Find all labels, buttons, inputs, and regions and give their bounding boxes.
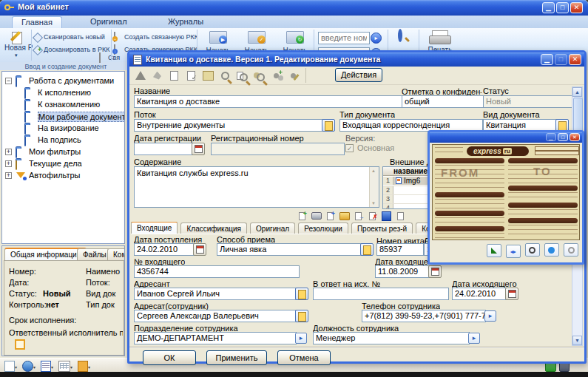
calendar-icon[interactable] [428,265,442,278]
dialog-minimize-button[interactable]: ▁ [541,54,553,65]
confidentiality-select[interactable]: общий [402,95,496,108]
name-input[interactable]: Квитанция о доставке [134,95,403,108]
expander-icon[interactable]: − [5,78,12,84]
close-button[interactable]: ✕ [570,2,583,13]
tree-item-work[interactable]: − Работа с документами [5,76,124,87]
viewer-close-button[interactable]: ✕ [570,133,580,141]
receipt-num-input[interactable]: 85937 [376,243,424,256]
add-users-icon[interactable]: + [268,68,284,83]
scan-file-button[interactable] [310,210,322,222]
reg-date-input[interactable] [134,143,193,155]
department-input[interactable]: ДЕМО-ДЕПАРТАМЕНТ [134,332,297,344]
recipient-lookup-button[interactable] [295,310,308,322]
tree-item-visa[interactable]: На визирование [24,123,125,135]
tree-item-my-working-docs[interactable]: Мои рабочие документы (5 на 16 [24,112,125,123]
fit-width-button[interactable]: ◂▸ [506,245,521,258]
dialog-close-button[interactable]: ✕ [569,54,581,65]
preview-icon[interactable] [217,68,233,83]
content-textarea[interactable]: Квитанция службы express.ru ▲ ▼ [134,166,379,208]
tree-item-my-filters[interactable]: + Мои фильтры [5,147,124,158]
task-status-icon[interactable] [78,361,88,372]
tree-item-review[interactable]: К ознакомлению [24,100,125,111]
phone-input[interactable]: +7(812) 399-59-23,+7(901) 777-77-22 [362,310,486,322]
go-number-button[interactable]: ▸ [371,33,382,44]
phone-expand-button[interactable]: ▸ [484,310,496,322]
delete-file-button[interactable]: ✗ [366,210,379,222]
new-rkk-button[interactable]: Новая РКК ▾ [4,30,33,61]
note-status-icon[interactable] [41,361,51,372]
dropdown-arrow-icon[interactable]: ▾ [70,364,72,370]
add-version-button[interactable]: + [324,210,337,222]
copy-doc-icon[interactable] [166,68,182,83]
add-file-button[interactable]: + [296,210,308,222]
create-linked-rkk-button[interactable]: ↔ Создать связанную РКК [114,33,197,42]
method-input[interactable]: Личная явка [217,243,362,256]
user-edit-icon[interactable] [285,68,301,83]
arrival-date-input[interactable]: 24.02.2010 [134,243,195,256]
receipt-scan-image[interactable]: expressru FROM TO [432,144,580,240]
table-status-icon[interactable] [58,361,70,372]
incoming-num-input[interactable]: 4356744 [134,265,300,278]
incoming-date-input[interactable]: 11.08.2009 [375,265,430,278]
sender-lookup-button[interactable] [295,288,308,300]
dropdown-arrow-icon[interactable]: ▾ [15,364,17,370]
tab-glavnaya[interactable]: Главная [12,16,62,28]
dialog-maximize-button[interactable]: □ [555,54,567,65]
scroll-down-icon[interactable]: ▼ [572,336,582,345]
tree-item-current-cases[interactable]: + Текущие дела [5,159,124,170]
textarea-scrollbar[interactable]: ▲ ▼ [369,167,379,207]
responsible-picker-icon[interactable] [15,339,25,350]
ok-button[interactable]: ОК [143,350,196,365]
sign-icon[interactable] [132,68,148,83]
calendar-icon[interactable] [192,143,205,155]
edit-note-icon[interactable] [200,68,216,83]
dropdown-arrow-icon[interactable]: ▾ [51,364,53,370]
tab-zhurnaly[interactable]: Журналы [159,16,212,27]
maximize-button[interactable]: □ [556,2,569,13]
new-doc-status-icon[interactable] [4,361,15,372]
fit-page-button[interactable] [487,244,501,257]
outgoing-date-input[interactable]: 24.02.2010 [452,288,507,300]
scroll-up-icon[interactable]: ▲ [572,87,582,97]
properties-button[interactable] [394,210,407,222]
position-input[interactable]: Менеджер [313,332,470,344]
method-lookup-button[interactable] [360,243,374,256]
open-folder-button[interactable] [338,210,351,222]
tab-original-doc[interactable]: Оригинал [250,223,295,234]
titlebar[interactable]: Мой кабинет ▁ □ ✕ [0,0,588,16]
calendar-icon[interactable] [505,288,518,300]
check-doc-icon[interactable]: ✓ [183,68,199,83]
position-expand-button[interactable]: ▸ [468,333,480,344]
tree-item-sign[interactable]: На подпись [24,135,125,146]
tab-incoming[interactable]: Входящие [131,222,178,234]
globe-status-icon[interactable] [22,361,33,372]
zoom-out-toggle-button[interactable] [564,243,578,257]
cancel-button[interactable]: Отмена [277,350,331,365]
tab-general-info[interactable]: Общая информация [4,248,87,261]
flow-input[interactable]: Внутренние документы [134,119,323,132]
zoom-in-toggle-button[interactable] [544,243,559,257]
dialog-titlebar[interactable]: Квитанция о доставке. Версия 1. Редактир… [129,52,584,67]
number-search-input[interactable] [318,32,370,44]
tab-draft-resolutions[interactable]: Проекты рез-й [351,223,413,234]
actions-button[interactable]: Действия [335,68,382,82]
tab-comments[interactable]: Комментарии [107,248,125,260]
recipient-input[interactable]: Сергеев Александр Валерьевич [134,310,297,322]
sender-input[interactable]: Иванов Сергей Ильич [134,288,297,300]
search-user-icon[interactable] [251,68,267,83]
apply-button[interactable]: Применить [206,350,267,365]
viewer-maximize-button[interactable]: □ [558,133,568,141]
viewer-minimize-button[interactable]: ▁ [546,133,556,141]
tab-original[interactable]: Оригинал [81,16,136,27]
expander-icon[interactable]: + [5,149,12,155]
calendar-icon[interactable] [193,243,206,256]
flow-lookup-button[interactable] [322,119,335,132]
scroll-thumb[interactable] [573,98,583,132]
tab-classification[interactable]: Классификация [180,223,247,234]
expander-icon[interactable]: + [5,172,12,179]
search-doc-icon[interactable] [234,68,250,83]
minimize-button[interactable]: ▁ [542,2,555,13]
search-icon[interactable] [398,31,414,47]
export-file-button[interactable]: → [352,210,365,222]
rotate-button[interactable] [525,243,540,257]
